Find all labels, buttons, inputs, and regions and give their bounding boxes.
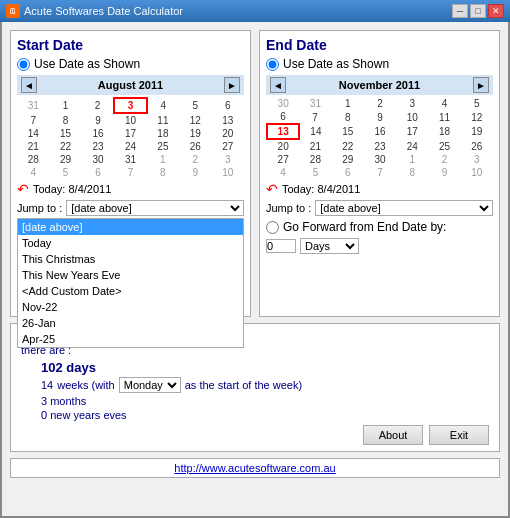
- cal-cell[interactable]: 17: [114, 127, 146, 140]
- cal-cell[interactable]: 19: [179, 127, 211, 140]
- cal-cell[interactable]: 16: [82, 127, 114, 140]
- cal-cell[interactable]: 25: [428, 139, 460, 153]
- cal-cell[interactable]: 15: [49, 127, 81, 140]
- end-go-forward-radio[interactable]: [266, 221, 279, 234]
- go-forward-input[interactable]: [266, 239, 296, 253]
- cal-cell[interactable]: 9: [82, 113, 114, 127]
- cal-cell[interactable]: 5: [49, 166, 81, 179]
- cal-cell[interactable]: 7: [364, 166, 396, 179]
- dropdown-item-custom[interactable]: <Add Custom Date>: [18, 283, 243, 299]
- dropdown-item-date-above[interactable]: [date above]: [18, 219, 243, 235]
- end-jump-select[interactable]: [date above] Today: [315, 200, 493, 216]
- cal-cell[interactable]: 30: [267, 97, 299, 110]
- cal-cell[interactable]: 1: [396, 153, 428, 166]
- cal-cell[interactable]: 5: [299, 166, 331, 179]
- cal-cell[interactable]: 21: [299, 139, 331, 153]
- cal-cell[interactable]: 10: [396, 110, 428, 124]
- cal-cell[interactable]: 26: [179, 140, 211, 153]
- cal-cell[interactable]: 4: [17, 166, 49, 179]
- cal-cell[interactable]: 22: [49, 140, 81, 153]
- start-date-radio[interactable]: [17, 58, 30, 71]
- cal-cell[interactable]: 28: [17, 153, 49, 166]
- cal-cell[interactable]: 31: [114, 153, 146, 166]
- footer-link[interactable]: http://www.acutesoftware.com.au: [10, 458, 500, 478]
- cal-cell[interactable]: 6: [212, 98, 244, 113]
- cal-cell[interactable]: 30: [82, 153, 114, 166]
- cal-cell[interactable]: 20: [267, 139, 299, 153]
- cal-cell[interactable]: 10: [461, 166, 493, 179]
- go-forward-unit-select[interactable]: Days Weeks Months: [300, 238, 359, 254]
- cal-cell[interactable]: 6: [267, 110, 299, 124]
- cal-cell[interactable]: 10: [114, 113, 146, 127]
- cal-cell[interactable]: 24: [396, 139, 428, 153]
- week-start-select[interactable]: Monday Sunday: [119, 377, 181, 393]
- cal-cell[interactable]: 7: [17, 113, 49, 127]
- cal-cell[interactable]: 4: [147, 98, 179, 113]
- cal-cell[interactable]: 29: [332, 153, 364, 166]
- start-next-button[interactable]: ►: [224, 77, 240, 93]
- cal-cell[interactable]: 4: [267, 166, 299, 179]
- cal-cell[interactable]: 14: [299, 124, 331, 139]
- cal-cell[interactable]: 6: [82, 166, 114, 179]
- cal-cell-selected[interactable]: 3: [114, 98, 146, 113]
- end-date-radio[interactable]: [266, 58, 279, 71]
- cal-cell[interactable]: 28: [299, 153, 331, 166]
- cal-cell-selected[interactable]: 13: [267, 124, 299, 139]
- cal-cell[interactable]: 15: [332, 124, 364, 139]
- cal-cell[interactable]: 8: [396, 166, 428, 179]
- cal-cell[interactable]: 5: [461, 97, 493, 110]
- cal-cell[interactable]: 24: [114, 140, 146, 153]
- cal-cell[interactable]: 31: [299, 97, 331, 110]
- cal-cell[interactable]: 5: [179, 98, 211, 113]
- cal-cell[interactable]: 7: [114, 166, 146, 179]
- cal-cell[interactable]: 10: [212, 166, 244, 179]
- cal-cell[interactable]: 18: [147, 127, 179, 140]
- dropdown-item-nye[interactable]: This New Years Eve: [18, 267, 243, 283]
- cal-cell[interactable]: 2: [82, 98, 114, 113]
- cal-cell[interactable]: 12: [179, 113, 211, 127]
- cal-cell[interactable]: 9: [179, 166, 211, 179]
- cal-cell[interactable]: 9: [364, 110, 396, 124]
- cal-cell[interactable]: 7: [299, 110, 331, 124]
- cal-cell[interactable]: 18: [428, 124, 460, 139]
- dropdown-item-26jan[interactable]: 26-Jan: [18, 315, 243, 331]
- cal-cell[interactable]: 31: [17, 98, 49, 113]
- cal-cell[interactable]: 30: [364, 153, 396, 166]
- cal-cell[interactable]: 20: [212, 127, 244, 140]
- cal-cell[interactable]: 8: [49, 113, 81, 127]
- cal-cell[interactable]: 23: [82, 140, 114, 153]
- dropdown-item-christmas[interactable]: This Christmas: [18, 251, 243, 267]
- cal-cell[interactable]: 1: [49, 98, 81, 113]
- dropdown-item-today[interactable]: Today: [18, 235, 243, 251]
- about-button[interactable]: About: [363, 425, 423, 445]
- cal-cell[interactable]: 14: [17, 127, 49, 140]
- start-jump-select[interactable]: [date above] Today This Christmas This N…: [66, 200, 244, 216]
- end-next-button[interactable]: ►: [473, 77, 489, 93]
- cal-cell[interactable]: 11: [428, 110, 460, 124]
- cal-cell[interactable]: 9: [428, 166, 460, 179]
- cal-cell[interactable]: 19: [461, 124, 493, 139]
- maximize-button[interactable]: □: [470, 4, 486, 18]
- cal-cell[interactable]: 11: [147, 113, 179, 127]
- cal-cell[interactable]: 29: [49, 153, 81, 166]
- cal-cell[interactable]: 26: [461, 139, 493, 153]
- cal-cell[interactable]: 8: [147, 166, 179, 179]
- cal-cell[interactable]: 23: [364, 139, 396, 153]
- cal-cell[interactable]: 16: [364, 124, 396, 139]
- exit-button[interactable]: Exit: [429, 425, 489, 445]
- start-prev-button[interactable]: ◄: [21, 77, 37, 93]
- dropdown-item-apr25[interactable]: Apr-25: [18, 331, 243, 347]
- cal-cell[interactable]: 6: [332, 166, 364, 179]
- cal-cell[interactable]: 2: [428, 153, 460, 166]
- cal-cell[interactable]: 3: [396, 97, 428, 110]
- cal-cell[interactable]: 2: [179, 153, 211, 166]
- cal-cell[interactable]: 4: [428, 97, 460, 110]
- cal-cell[interactable]: 22: [332, 139, 364, 153]
- cal-cell[interactable]: 1: [147, 153, 179, 166]
- cal-cell[interactable]: 1: [332, 97, 364, 110]
- cal-cell[interactable]: 13: [212, 113, 244, 127]
- cal-cell[interactable]: 12: [461, 110, 493, 124]
- cal-cell[interactable]: 17: [396, 124, 428, 139]
- cal-cell[interactable]: 3: [461, 153, 493, 166]
- cal-cell[interactable]: 25: [147, 140, 179, 153]
